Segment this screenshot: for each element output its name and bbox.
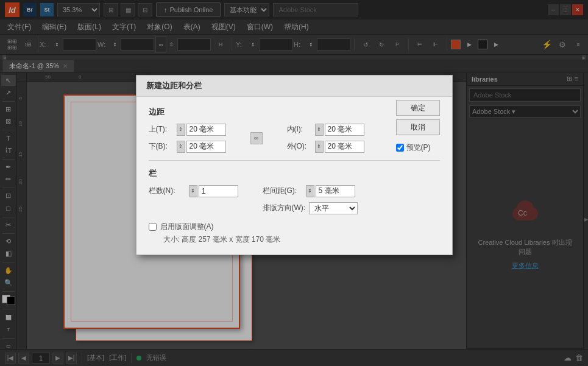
outer-margin-row: 外(O): ⇕ (287, 141, 364, 153)
col-gap-input-group: ⇕ (306, 185, 355, 197)
top-label: 上(T): (149, 124, 173, 135)
col-gap-row: 栏间距(G): ⇕ (263, 185, 358, 197)
col-gap-label: 栏间距(G): (263, 186, 302, 196)
col-dir-label: 排版方向(W): (263, 203, 306, 213)
inner-label: 内(I): (287, 124, 311, 135)
col-left: 栏数(N): ⇕ (149, 185, 238, 214)
cancel-button[interactable]: 取消 (396, 119, 440, 135)
bottom-input-group: ⇕ (177, 141, 226, 153)
chain-icon-container: ∞ (250, 132, 263, 144)
inner-margin-row: 内(I): ⇕ (287, 124, 364, 136)
outer-input[interactable] (325, 141, 364, 153)
section-divider (149, 160, 440, 161)
margin-left-col: 上(T): ⇕ 下(B): ⇕ (149, 124, 226, 153)
col-count-input-group: ⇕ (189, 185, 238, 197)
bottom-spinner[interactable]: ⇕ (177, 141, 185, 153)
preview-row: 预览(P) (396, 143, 440, 153)
col-count-label: 栏数(N): (149, 186, 185, 196)
col-dir-row: 排版方向(W): 水平 垂直 (263, 202, 358, 214)
col-gap-spinner[interactable]: ⇕ (306, 185, 314, 197)
top-margin-row: 上(T): ⇕ (149, 124, 226, 136)
column-inputs: 栏数(N): ⇕ 栏间距(G): ⇕ (149, 185, 440, 214)
adjust-layout-row: 启用版面调整(A) (149, 222, 440, 232)
adjust-layout-checkbox[interactable] (149, 223, 157, 231)
margins-columns-dialog: 新建边距和分栏 确定 取消 预览(P) 边距 上(T): ⇕ (136, 75, 453, 255)
bottom-label: 下(B): (149, 141, 173, 152)
col-gap-input[interactable] (316, 185, 355, 197)
bottom-margin-row: 下(B): ⇕ (149, 141, 226, 153)
inner-spinner[interactable]: ⇕ (315, 124, 324, 136)
col-dir-select[interactable]: 水平 垂直 (309, 202, 358, 214)
col-count-row: 栏数(N): ⇕ (149, 185, 238, 197)
margin-right-col: 内(I): ⇕ 外(O): ⇕ (287, 124, 364, 153)
adjust-layout-label: 启用版面调整(A) (160, 222, 214, 232)
outer-spinner[interactable]: ⇕ (315, 141, 324, 153)
col-right: 栏间距(G): ⇕ 排版方向(W): 水平 垂直 (263, 185, 358, 214)
inner-input[interactable] (325, 124, 364, 136)
inner-input-group: ⇕ (315, 124, 364, 136)
dialog-buttons: 确定 取消 预览(P) (396, 100, 440, 153)
dialog-title: 新建边距和分栏 (136, 76, 452, 97)
bottom-input[interactable] (186, 141, 226, 153)
column-section-title: 栏 (149, 168, 440, 179)
preview-label: 预览(P) (406, 143, 431, 153)
chain-link-icon[interactable]: ∞ (250, 132, 263, 144)
outer-label: 外(O): (287, 141, 311, 152)
top-input[interactable] (186, 124, 226, 136)
preview-checkbox[interactable] (396, 144, 404, 152)
col-count-spinner[interactable]: ⇕ (189, 185, 197, 197)
size-info: 大小: 高度 257 毫米 x 宽度 170 毫米 (149, 234, 440, 245)
ok-button[interactable]: 确定 (396, 100, 440, 116)
col-count-input[interactable] (199, 185, 238, 197)
dialog-overlay: 新建边距和分栏 确定 取消 预览(P) 边距 上(T): ⇕ (0, 0, 588, 366)
top-input-group: ⇕ (177, 124, 226, 136)
outer-input-group: ⇕ (315, 141, 364, 153)
top-spinner[interactable]: ⇕ (177, 124, 185, 136)
